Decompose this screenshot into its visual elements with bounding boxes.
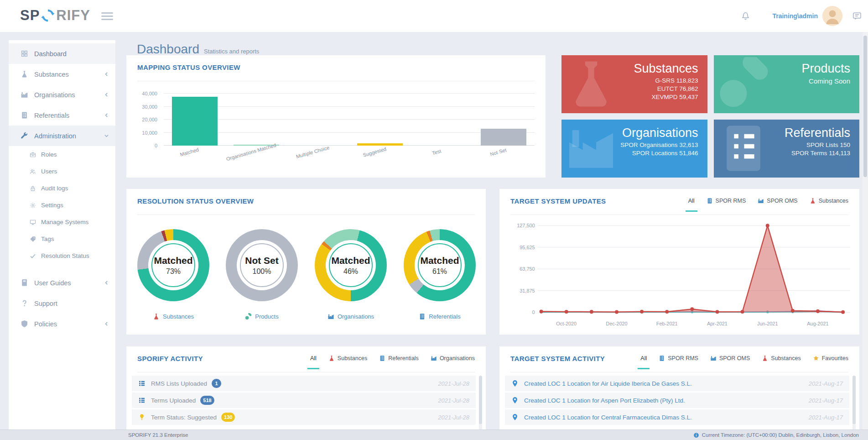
tab-all[interactable]: All — [688, 198, 695, 204]
tab-referentials[interactable]: Referentials — [379, 355, 419, 361]
list-icon — [717, 121, 770, 175]
referentials-card[interactable]: Referentials SPOR Lists 150 SPOR Terms 1… — [714, 120, 860, 178]
sidebar-item-users[interactable]: Users — [9, 163, 115, 180]
substances-card[interactable]: Substances G-SRS 118,823 EUTCT 76,862 XE… — [561, 55, 707, 113]
sidebar-item-organisations[interactable]: Organisations — [9, 84, 115, 105]
list-item[interactable]: Created LOC 1 Location for Aspen Port El… — [505, 393, 849, 408]
count-badge: 1 — [212, 379, 221, 388]
item-date: 2021-Jul-28 — [438, 397, 469, 404]
donut-caption-products[interactable]: Products — [226, 313, 298, 320]
svg-text:95,625: 95,625 — [520, 245, 535, 250]
tab-spor-oms[interactable]: SPOR OMS — [710, 355, 750, 361]
donut-products: Not Set 100% — [226, 229, 298, 301]
list-rows-icon — [138, 397, 146, 404]
chevron-left-icon — [104, 72, 109, 77]
sidebar-item-referentials[interactable]: Referentials — [9, 105, 115, 126]
factory-icon — [710, 355, 717, 361]
donut-caption-organisations[interactable]: Organisations — [315, 313, 387, 320]
tab-all[interactable]: All — [310, 355, 317, 361]
bar-matched — [172, 97, 218, 146]
activity-link[interactable]: Created LOC 1 Location for Aspen Port El… — [524, 397, 685, 404]
tab-favourites[interactable]: Favourites — [813, 355, 848, 361]
factory-icon — [327, 313, 334, 320]
donut-caption-substances[interactable]: Substances — [137, 313, 209, 320]
factory-icon — [431, 355, 437, 361]
sidebar-item-dashboard[interactable]: Dashboard — [9, 43, 115, 64]
timezone-text: Current Timezone: (UTC+00:00) Dublin, Ed… — [702, 432, 859, 438]
factory-icon — [758, 198, 764, 204]
list-item[interactable]: Term Status: Suggested 130 2021-Jul-28 — [132, 409, 476, 425]
bar-suggested — [357, 143, 403, 146]
svg-text:127,500: 127,500 — [517, 223, 535, 228]
app-logo[interactable]: SP RIFY — [20, 7, 90, 24]
sidebar-item-resolution-status[interactable]: Resolution Status — [9, 247, 115, 264]
star-icon — [813, 355, 819, 361]
activity-link[interactable]: Created LOC 1 Location for Air Liquide I… — [524, 380, 692, 387]
notifications-bell-icon[interactable] — [741, 11, 750, 21]
sidebar-item-user-guides[interactable]: User Guides — [9, 272, 115, 293]
activity-link[interactable]: Created LOC 1 Location for Central Farma… — [524, 414, 692, 421]
flask-icon — [762, 355, 768, 361]
lightbulb-icon — [138, 414, 146, 421]
sidebar-item-tags[interactable]: Tags — [9, 230, 115, 247]
tab-spor-rms[interactable]: SPOR RMS — [659, 355, 698, 361]
flask-icon — [564, 57, 618, 111]
wrench-icon — [21, 132, 28, 140]
window-scrollbar[interactable] — [863, 32, 868, 440]
sidebar-item-manage-systems[interactable]: Manage Systems — [9, 214, 115, 230]
donut-caption-referentials[interactable]: Referentials — [404, 313, 476, 320]
sidebar-item-support[interactable]: Support — [9, 293, 115, 314]
svg-text:31,875: 31,875 — [520, 288, 535, 293]
list-item[interactable]: Created LOC 1 Location for Central Farma… — [505, 409, 849, 425]
svg-text:63,750: 63,750 — [520, 266, 535, 272]
list-icon — [419, 313, 426, 320]
target-activity-tabs: All SPOR RMS SPOR OMS Substances Favouri… — [640, 355, 848, 361]
tab-substances[interactable]: Substances — [328, 355, 367, 361]
organisations-card[interactable]: Organisations SPOR Organisations 32,613 … — [561, 120, 707, 178]
sync-logo-icon — [41, 9, 55, 22]
chat-icon[interactable] — [852, 11, 862, 21]
sidebar-item-roles[interactable]: Roles — [9, 146, 115, 163]
chevron-left-icon — [104, 113, 109, 118]
tab-substances[interactable]: Substances — [810, 198, 848, 204]
panel-title: MAPPING STATUS OVERVIEW — [137, 63, 240, 71]
sporify-activity-panel: SPORIFY ACTIVITY All Substances Referent… — [126, 346, 486, 440]
sidebar-item-audit-logs[interactable]: Audit logs — [9, 180, 115, 197]
item-date: 2021-Aug-17 — [809, 397, 843, 404]
updates-line-chart: 031,87563,75095,625127,500Oct-2020Dec-20… — [506, 217, 853, 331]
lock-icon — [30, 185, 36, 192]
tab-spor-oms[interactable]: SPOR OMS — [758, 198, 797, 204]
list-icon — [379, 355, 385, 361]
svg-text:Jun-2021: Jun-2021 — [757, 321, 778, 326]
chevron-left-icon — [104, 92, 109, 97]
panel-title: TARGET SYSTEM ACTIVITY — [510, 355, 605, 362]
list-item[interactable]: Created LOC 1 Location for Air Liquide I… — [505, 376, 849, 391]
flask-icon — [328, 355, 335, 361]
donut-substances: Matched 73% — [137, 229, 209, 301]
tab-substances[interactable]: Substances — [762, 355, 800, 361]
stat-cards: Substances G-SRS 118,823 EUTCT 76,862 XE… — [561, 55, 859, 178]
item-date: 2021-Jul-28 — [438, 414, 469, 421]
sidebar-item-administration[interactable]: Administration — [9, 126, 115, 146]
svg-text:Apr-2021: Apr-2021 — [707, 321, 728, 326]
current-user[interactable]: Training\admin — [772, 12, 818, 20]
sidebar-item-settings[interactable]: Settings — [9, 197, 115, 214]
list-item[interactable]: Terms Uploaded 518 2021-Jul-28 — [132, 393, 476, 408]
list-rows-icon — [138, 380, 146, 387]
list-item[interactable]: RMS Lists Uploaded 1 2021-Jul-28 — [132, 376, 476, 391]
main-content: Dashboard Statistics and reports MAPPING… — [0, 32, 868, 440]
page-title: Dashboard Statistics and reports — [137, 42, 259, 57]
tab-all[interactable]: All — [640, 355, 647, 361]
factory-icon — [21, 91, 28, 99]
tab-organisations[interactable]: Organisations — [431, 355, 475, 361]
sidebar-item-policies[interactable]: Policies — [9, 314, 115, 334]
products-card[interactable]: Products Coming Soon — [714, 55, 860, 113]
tab-spor-rms[interactable]: SPOR RMS — [707, 198, 746, 204]
count-badge: 518 — [200, 396, 214, 405]
map-pin-icon — [511, 414, 519, 421]
sidebar-item-substances[interactable]: Substances — [9, 64, 115, 84]
question-icon — [21, 299, 28, 307]
avatar[interactable] — [822, 6, 842, 26]
panel-title: SPORIFY ACTIVITY — [137, 355, 203, 362]
menu-toggle-icon[interactable] — [101, 12, 113, 20]
